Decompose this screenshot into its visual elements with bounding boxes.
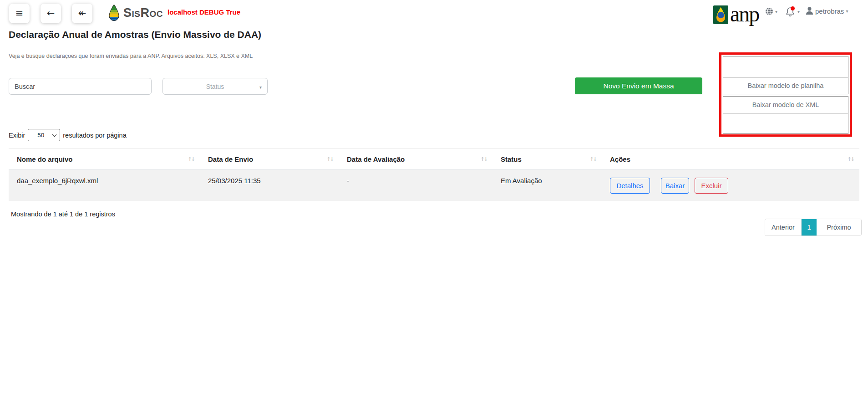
- collapse-sidebar-button[interactable]: ↞: [72, 4, 92, 23]
- cell-review-date: -: [339, 170, 492, 201]
- column-label: Data de Envio: [208, 155, 253, 163]
- table-header-row: Nome do arquivo ↑↓ Data de Envio ↑↓ Data…: [9, 148, 859, 170]
- language-menu[interactable]: ▾: [765, 7, 777, 15]
- chevron-down-icon: ▾: [846, 9, 848, 14]
- column-header-sent-date[interactable]: Data de Envio ↑↓: [200, 155, 339, 163]
- pagination-current-page[interactable]: 1: [802, 219, 817, 236]
- column-label: Ações: [610, 155, 630, 163]
- sort-icon[interactable]: ↑↓: [327, 156, 333, 162]
- anp-droplet-icon: [713, 5, 728, 24]
- column-header-status[interactable]: Status ↑↓: [492, 155, 602, 163]
- double-back-arrow-icon: ↞: [78, 9, 86, 18]
- cell-sent-date: 25/03/2025 11:35: [200, 170, 339, 201]
- chevron-down-icon: ▾: [797, 9, 800, 14]
- pagination-next[interactable]: Próximo: [817, 219, 861, 236]
- back-button[interactable]: ←: [41, 4, 61, 23]
- new-bulk-upload-button[interactable]: Novo Envio em Massa: [575, 77, 702, 94]
- brand-title: SisRoc: [123, 6, 163, 20]
- status-select[interactable]: Status ▾: [162, 78, 268, 95]
- notifications-menu[interactable]: ▾: [785, 6, 800, 17]
- sisroc-droplet-icon: [108, 4, 120, 22]
- user-menu[interactable]: petrobras ▾: [806, 7, 848, 15]
- notification-badge-dot: [791, 6, 795, 10]
- results-per-page-control: Exibir 50 resultados por página: [9, 129, 127, 141]
- bell-icon: [785, 6, 796, 17]
- pagination: Anterior 1 Próximo: [765, 219, 862, 236]
- column-header-review-date[interactable]: Data de Avaliação ↑↓: [339, 155, 492, 163]
- results-per-page-select[interactable]: 50: [28, 129, 60, 141]
- sisroc-brand[interactable]: SisRoc: [108, 4, 163, 22]
- anp-wordmark: anp: [730, 5, 759, 23]
- template-box-spacer-bottom: [723, 113, 848, 134]
- cell-status: Em Avaliação: [492, 170, 602, 201]
- results-per-page-suffix: resultados por página: [63, 132, 126, 139]
- table-row: daa_exemplo_6jRqxwl.xml 25/03/2025 11:35…: [9, 170, 859, 201]
- table-summary: Mostrando de 1 até 1 de 1 registros: [11, 210, 115, 218]
- back-arrow-icon: ←: [47, 9, 55, 18]
- download-spreadsheet-template-button[interactable]: Baixar modelo de planilha: [723, 77, 848, 94]
- debug-banner: localhost DEBUG True: [168, 8, 240, 16]
- pagination-previous[interactable]: Anterior: [765, 219, 802, 236]
- menu-button[interactable]: ≡: [9, 4, 30, 23]
- search-input[interactable]: [9, 78, 152, 95]
- page: ≡ ← ↞ SisRoc l: [0, 0, 868, 410]
- hamburger-icon: ≡: [15, 9, 24, 18]
- globe-icon: [765, 7, 773, 15]
- cell-file-name: daa_exemplo_6jRqxwl.xml: [9, 170, 200, 201]
- sort-icon[interactable]: ↑↓: [590, 156, 596, 162]
- sort-icon[interactable]: ↑↓: [848, 156, 854, 162]
- user-name: petrobras: [815, 7, 844, 15]
- sort-icon[interactable]: ↑↓: [188, 156, 194, 162]
- page-title: Declaração Anual de Amostras (Envio Mass…: [9, 29, 261, 40]
- top-navbar: ≡ ← ↞ SisRoc l: [0, 0, 868, 26]
- column-label: Data de Avaliação: [347, 155, 405, 163]
- delete-button[interactable]: Excluir: [695, 178, 728, 194]
- details-button[interactable]: Detalhes: [610, 178, 650, 194]
- sort-icon[interactable]: ↑↓: [481, 156, 487, 162]
- page-subtitle: Veja e busque declarações que foram envi…: [9, 53, 253, 59]
- column-label: Nome do arquivo: [17, 155, 73, 163]
- cell-actions: Detalhes Baixar Excluir: [602, 170, 859, 201]
- column-label: Status: [501, 155, 522, 163]
- status-select-placeholder: Status: [206, 83, 224, 90]
- column-header-actions[interactable]: Ações ↑↓: [602, 155, 859, 163]
- anp-logo: anp: [713, 5, 759, 24]
- download-xml-template-button[interactable]: Baixar modelo de XML: [723, 96, 848, 113]
- person-icon: [806, 7, 813, 15]
- declarations-table: Nome do arquivo ↑↓ Data de Envio ↑↓ Data…: [9, 148, 859, 201]
- results-per-page-prefix: Exibir: [9, 132, 25, 139]
- download-button[interactable]: Baixar: [661, 178, 689, 194]
- chevron-down-icon: ▾: [259, 85, 262, 90]
- column-header-file-name[interactable]: Nome do arquivo ↑↓: [9, 155, 200, 163]
- download-templates-highlight-box: Baixar modelo de planilha Baixar modelo …: [719, 52, 852, 137]
- chevron-down-icon: ▾: [775, 9, 777, 14]
- template-box-spacer-top: [723, 56, 848, 77]
